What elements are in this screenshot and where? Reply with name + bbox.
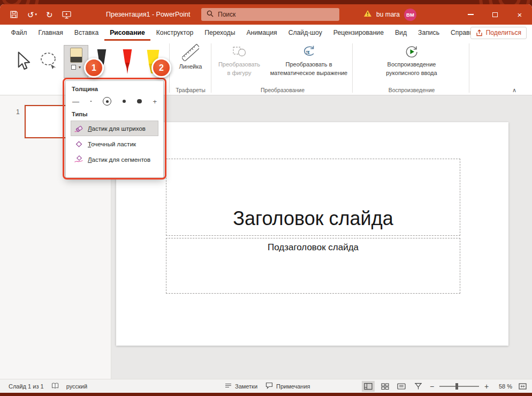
slideshow-view-icon <box>414 383 422 390</box>
avatar: BM <box>404 9 416 21</box>
ruler-button[interactable]: Линейка <box>172 44 209 70</box>
zoom-level[interactable]: 58 % <box>494 383 512 390</box>
thickness-size-1[interactable] <box>90 101 92 102</box>
convert-to-shape-icon <box>232 44 247 59</box>
segment-eraser-icon <box>74 155 83 164</box>
zoom-slider[interactable] <box>439 383 479 390</box>
window-controls: × <box>458 4 532 25</box>
notes-icon <box>225 383 232 390</box>
convert-to-shape-label-1: Преобразовать <box>218 61 260 69</box>
slide-thumbnail[interactable] <box>25 105 69 138</box>
tab-design[interactable]: Конструктор <box>150 25 199 41</box>
normal-view-icon <box>364 383 373 390</box>
thickness-heading: Толщина <box>72 86 158 92</box>
comments-toggle[interactable]: Примечания <box>265 379 310 393</box>
tab-file[interactable]: Файл <box>5 25 33 41</box>
zoom-out-button[interactable]: − <box>428 382 436 391</box>
group-label-replay: Воспроизведение <box>356 87 467 93</box>
stroke-eraser-icon <box>74 124 83 133</box>
slide-info: Слайд 1 из 1 <box>9 383 44 390</box>
lasso-select-button[interactable] <box>36 47 61 75</box>
close-button[interactable]: × <box>507 4 532 25</box>
account-button[interactable]: bu mara BM <box>363 4 416 25</box>
thickness-size-4[interactable] <box>137 99 142 104</box>
warning-icon <box>363 10 372 19</box>
minimize-button[interactable] <box>458 4 483 25</box>
subtitle-placeholder[interactable]: Подзаголовок слайда <box>166 238 460 294</box>
zoom-in-button[interactable]: + <box>483 382 490 391</box>
replay-ink-label-2: рукописного ввода <box>386 70 437 77</box>
normal-view-button[interactable] <box>362 381 375 392</box>
slide-number: 1 <box>16 108 20 116</box>
convert-to-math-icon: π <box>301 44 316 59</box>
tab-slideshow[interactable]: Слайд-шоу <box>283 25 328 41</box>
convert-to-math-button[interactable]: π Преобразовать в математическое выражен… <box>268 44 350 77</box>
menu-item-stroke-eraser[interactable]: Ластик для штрихов <box>71 121 158 136</box>
tab-home[interactable]: Главная <box>33 25 69 41</box>
notes-toggle[interactable]: Заметки <box>225 379 257 393</box>
replay-ink-button[interactable]: Воспроизведение рукописного ввода <box>356 44 467 77</box>
collapse-ribbon-button[interactable]: ∧ <box>508 86 520 94</box>
group-label-convert: Преобразование <box>214 87 351 93</box>
select-tool-button[interactable] <box>11 46 34 77</box>
undo-icon: ↺ <box>27 11 34 19</box>
ribbon-tab-bar: Файл Главная Вставка Рисование Конструкт… <box>0 25 532 41</box>
search-box[interactable]: Поиск <box>201 8 339 21</box>
eraser-tool-button[interactable]: ▾ <box>64 45 88 78</box>
window-title: Презентация1 - PowerPoint <box>106 4 191 25</box>
menu-item-segment-eraser[interactable]: Ластик для сегментов <box>71 152 158 167</box>
fit-to-window-icon <box>519 383 527 390</box>
convert-to-math-label-1: Преобразовать в <box>286 61 332 69</box>
thickness-options: — + <box>72 96 157 106</box>
language-indicator[interactable]: русский <box>66 383 87 390</box>
redo-button[interactable]: ↻ <box>46 11 53 19</box>
reading-view-icon <box>397 383 406 390</box>
tab-animations[interactable]: Анимация <box>241 25 283 41</box>
chevron-down-icon[interactable]: ▾ <box>79 65 81 70</box>
thickness-size-2-selected[interactable] <box>103 97 111 106</box>
slide-canvas[interactable]: Заголовок слайда Подзаголовок слайда <box>116 122 508 346</box>
annotation-step-2: 2 <box>151 58 171 78</box>
point-eraser-icon <box>74 140 83 148</box>
slideshow-view-button[interactable] <box>412 381 424 392</box>
save-icon[interactable] <box>10 10 18 19</box>
group-divider <box>469 43 469 93</box>
tab-transitions[interactable]: Переходы <box>199 25 241 41</box>
group-divider <box>211 43 211 93</box>
search-icon <box>207 10 214 19</box>
share-icon <box>476 29 483 36</box>
slide-sorter-view-button[interactable] <box>378 381 391 392</box>
maximize-button[interactable] <box>483 4 507 25</box>
zoom-handle[interactable] <box>455 383 458 390</box>
thickness-size-3[interactable] <box>123 100 126 103</box>
eraser-dropdown-menu: Толщина — + Типы Ластик для штрихов Точе… <box>65 80 164 178</box>
reading-view-button[interactable] <box>395 381 408 392</box>
ruler-icon <box>182 44 199 61</box>
thickness-decrease-button[interactable]: — <box>72 98 79 105</box>
tab-insert[interactable]: Вставка <box>69 25 104 41</box>
fit-to-window-button[interactable] <box>516 381 529 392</box>
group-label-stencils: Трафареты <box>168 87 213 93</box>
undo-button[interactable]: ↺ ▾ <box>27 11 37 19</box>
types-heading: Типы <box>72 111 158 117</box>
status-left: Слайд 1 из 1 русский <box>9 379 87 393</box>
menu-item-point-eraser[interactable]: Точечный ластик <box>71 136 158 152</box>
pen-red-button[interactable] <box>116 45 139 78</box>
search-placeholder: Поиск <box>218 11 235 18</box>
tab-review[interactable]: Рецензирование <box>328 25 389 41</box>
tab-record[interactable]: Запись <box>413 25 445 41</box>
comments-label: Примечания <box>276 383 310 390</box>
group-divider <box>352 43 353 93</box>
tab-view[interactable]: Вид <box>389 25 412 41</box>
tab-draw[interactable]: Рисование <box>104 25 151 41</box>
menu-item-label: Ластик для штрихов <box>88 125 146 132</box>
replay-ink-icon <box>405 44 419 59</box>
title-placeholder[interactable]: Заголовок слайда <box>166 159 460 236</box>
thickness-increase-button[interactable]: + <box>153 98 157 105</box>
start-slideshow-icon[interactable] <box>62 11 71 19</box>
notes-label: Заметки <box>235 383 257 390</box>
share-button[interactable]: Поделиться <box>470 27 527 39</box>
title-bar: ↺ ▾ ↻ Презентация1 - PowerPoint Поиск <box>0 4 532 25</box>
proofing-icon[interactable] <box>51 383 59 390</box>
convert-to-shape-button: Преобразовать в фигуру <box>214 44 264 77</box>
